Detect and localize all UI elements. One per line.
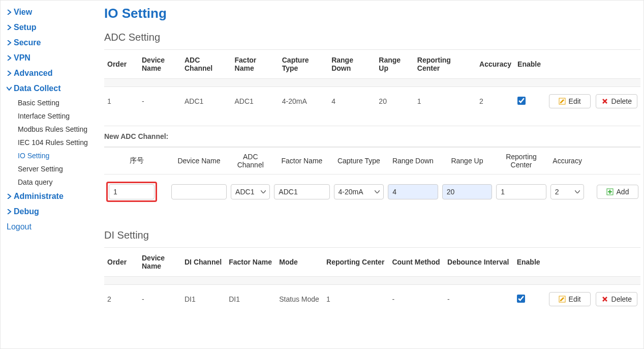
reporting-center-input[interactable] — [496, 184, 546, 199]
di-table: Order Device Name DI Channel Factor Name… — [104, 247, 640, 313]
nav-sub-iec104-rules-setting[interactable]: IEC 104 Rules Setting — [18, 136, 100, 149]
logout-link[interactable]: Logout — [5, 219, 100, 235]
chevron-right-icon — [5, 25, 14, 30]
nav-sub-server-setting[interactable]: Server Setting — [18, 162, 100, 176]
dth-order: Order — [104, 248, 139, 277]
edit-icon — [559, 98, 566, 105]
order-input[interactable] — [109, 184, 155, 199]
di-table-row: 2 - DI1 DI1 Status Mode 1 - - Edit — [104, 285, 640, 314]
di-delete-button[interactable]: Delete — [596, 292, 637, 306]
nav-item-vpn[interactable]: VPN — [5, 50, 100, 66]
nav-item-setup[interactable]: Setup — [5, 20, 100, 35]
fth-range-down: Range Down — [386, 148, 440, 174]
nav-sub-data-query[interactable]: Data query — [18, 176, 100, 189]
nav-sub-interface-setting[interactable]: Interface Setting — [18, 109, 100, 123]
dth-enable: Enable — [514, 248, 544, 277]
th-accuracy: Accuracy — [476, 50, 514, 79]
nav-item-advanced[interactable]: Advanced — [5, 66, 100, 81]
edit-label: Edit — [569, 295, 581, 303]
fth-reporting-center: Reporting Center — [494, 148, 548, 174]
di-section-title: DI Setting — [104, 229, 640, 241]
di-enable-checkbox[interactable] — [517, 295, 525, 303]
th-factor-name: Factor Name — [232, 50, 279, 79]
nav-label: Setup — [14, 23, 36, 32]
dth-di-channel: DI Channel — [181, 248, 226, 277]
chevron-right-icon — [5, 209, 14, 214]
dth-reporting-center: Reporting Center — [323, 248, 389, 277]
nav-sub-basic-setting[interactable]: Basic Setting — [18, 96, 100, 109]
add-label: Add — [617, 188, 629, 196]
fth-order: 序号 — [104, 148, 169, 174]
chevron-right-icon — [5, 194, 14, 199]
nav-label: Data Collect — [14, 84, 60, 93]
th-reporting-center: Reporting Center — [414, 50, 476, 79]
cell-order: 1 — [104, 87, 139, 116]
edit-icon — [559, 296, 566, 303]
nav-item-view[interactable]: View — [5, 5, 100, 20]
th-range-up: Range Up — [376, 50, 414, 79]
accuracy-select[interactable] — [550, 184, 585, 199]
nav-sub-data-collect: Basic Setting Interface Setting Modbus R… — [5, 96, 100, 189]
chevron-right-icon — [5, 10, 14, 15]
delete-button[interactable]: Delete — [596, 94, 637, 108]
dcell-device-name: - — [139, 285, 181, 314]
nav-sub-modbus-rules-setting[interactable]: Modbus Rules Setting — [18, 123, 100, 136]
nav-label: Secure — [14, 38, 41, 47]
new-adc-title: New ADC Channel: — [104, 126, 640, 147]
nav-sub-io-setting[interactable]: IO Setting — [18, 149, 100, 162]
chevron-right-icon — [5, 71, 14, 76]
cell-accuracy: 2 — [476, 87, 514, 116]
th-adc-channel: ADC Channel — [181, 50, 232, 79]
enable-checkbox[interactable] — [517, 97, 526, 105]
th-device-name: Device Name — [139, 50, 181, 79]
fth-range-up: Range Up — [440, 148, 495, 174]
chevron-right-icon — [5, 40, 14, 45]
add-button[interactable]: Add — [597, 185, 638, 199]
cell-range-up: 20 — [376, 87, 414, 116]
delete-icon — [601, 98, 608, 105]
cell-capture-type: 4-20mA — [279, 87, 328, 116]
capture-type-select[interactable] — [334, 184, 384, 199]
dcell-mode: Status Mode — [276, 285, 323, 314]
dth-count-method: Count Method — [389, 248, 444, 277]
th-enable: Enable — [514, 50, 544, 79]
edit-button[interactable]: Edit — [549, 94, 591, 108]
dcell-enable — [514, 285, 544, 314]
cell-enable — [514, 87, 544, 116]
dcell-di-channel: DI1 — [181, 285, 226, 314]
di-edit-button[interactable]: Edit — [549, 292, 591, 306]
dth-device-name: Device Name — [139, 248, 181, 277]
adc-section-title: ADC Setting — [104, 32, 640, 43]
nav-item-administrate[interactable]: Administrate — [5, 189, 100, 204]
dcell-debounce-interval: - — [444, 285, 514, 314]
range-down-input[interactable] — [388, 184, 438, 199]
adc-table-row: 1 - ADC1 ADC1 4-20mA 4 20 1 2 Edit — [104, 87, 640, 116]
page-title: IO Setting — [104, 6, 640, 21]
th-order: Order — [104, 50, 139, 79]
delete-icon — [601, 296, 608, 303]
nav-label: Administrate — [14, 192, 64, 201]
cell-device-name: - — [139, 87, 181, 116]
fth-capture-type: Capture Type — [332, 148, 386, 174]
edit-label: Edit — [569, 97, 581, 105]
nav-item-debug[interactable]: Debug — [5, 204, 100, 219]
dcell-order: 2 — [104, 285, 139, 314]
nav-label: Debug — [14, 207, 39, 216]
adc-channel-select[interactable] — [231, 184, 270, 199]
device-name-input[interactable] — [171, 184, 227, 199]
range-up-input[interactable] — [442, 184, 493, 199]
order-highlight — [106, 182, 157, 202]
new-adc-form: 序号 Device Name ADC Channel Factor Name C… — [104, 147, 640, 209]
factor-name-input[interactable] — [274, 184, 329, 199]
th-range-down: Range Down — [328, 50, 376, 79]
adc-table: Order Device Name ADC Channel Factor Nam… — [104, 49, 640, 115]
delete-label: Delete — [611, 97, 632, 105]
cell-range-down: 4 — [328, 87, 376, 116]
cell-factor-name: ADC1 — [232, 87, 279, 116]
fth-adc-channel: ADC Channel — [229, 148, 272, 174]
nav-item-secure[interactable]: Secure — [5, 35, 100, 50]
fth-device-name: Device Name — [169, 148, 229, 174]
fth-accuracy: Accuracy — [548, 148, 587, 174]
nav-item-data-collect[interactable]: Data Collect — [5, 81, 100, 96]
nav-label: Advanced — [14, 69, 52, 78]
